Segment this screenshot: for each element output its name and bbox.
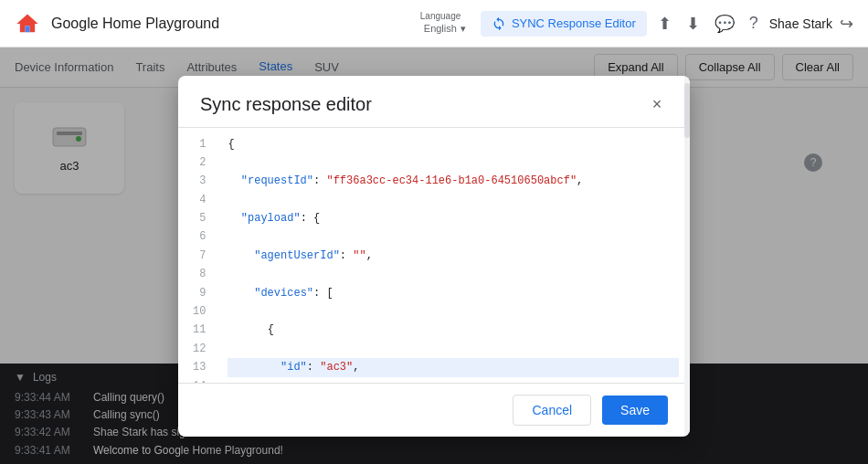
user-info: Shae Stark ↪ — [769, 14, 853, 34]
app-logo — [15, 11, 40, 37]
sync-response-editor-button[interactable]: SYNC Response Editor — [481, 11, 647, 37]
scrollbar-thumb — [684, 127, 690, 138]
download-icon[interactable]: ⬇ — [686, 14, 700, 34]
save-button[interactable]: Save — [602, 395, 668, 425]
language-selector[interactable]: Language English ▾ — [420, 11, 470, 37]
sync-response-editor-modal: Sync response editor × 12345 678910 1112… — [178, 76, 690, 437]
modal-header: Sync response editor × — [178, 76, 690, 127]
modal-footer: Cancel Save — [178, 383, 690, 437]
modal-title: Sync response editor — [200, 94, 372, 115]
user-name: Shae Stark — [769, 16, 832, 31]
modal-close-button[interactable]: × — [646, 94, 668, 116]
code-area: 12345 678910 1112131415 16 { "requestId"… — [178, 128, 690, 383]
modal-overlay: Sync response editor × 12345 678910 1112… — [0, 47, 868, 464]
home-icon — [15, 11, 40, 37]
feedback-icon[interactable]: 💬 — [715, 14, 735, 34]
signout-icon[interactable]: ↪ — [840, 14, 853, 34]
sync-icon — [492, 16, 506, 31]
cancel-button[interactable]: Cancel — [513, 395, 591, 426]
main-area: Device Information Traits Attributes Sta… — [0, 47, 868, 464]
topbar-icons: ⬆ ⬇ 💬 ? — [658, 14, 758, 34]
app-title: Google Home Playground — [51, 16, 219, 32]
code-content[interactable]: { "requestId": "ff36a3cc-ec34-11e6-b1a0-… — [217, 128, 690, 383]
language-value: English — [424, 23, 457, 34]
language-label: Language — [420, 11, 461, 21]
chevron-down-icon: ▾ — [460, 23, 466, 35]
sync-btn-label: SYNC Response Editor — [512, 16, 636, 30]
language-dropdown[interactable]: English ▾ — [420, 21, 470, 37]
scrollbar-track — [684, 127, 690, 383]
help-icon[interactable]: ? — [749, 14, 758, 33]
upload-icon[interactable]: ⬆ — [658, 14, 672, 34]
line-numbers: 12345 678910 1112131415 16 — [178, 128, 217, 383]
topbar: Google Home Playground Language English … — [0, 0, 868, 47]
modal-body[interactable]: 12345 678910 1112131415 16 { "requestId"… — [178, 127, 690, 383]
